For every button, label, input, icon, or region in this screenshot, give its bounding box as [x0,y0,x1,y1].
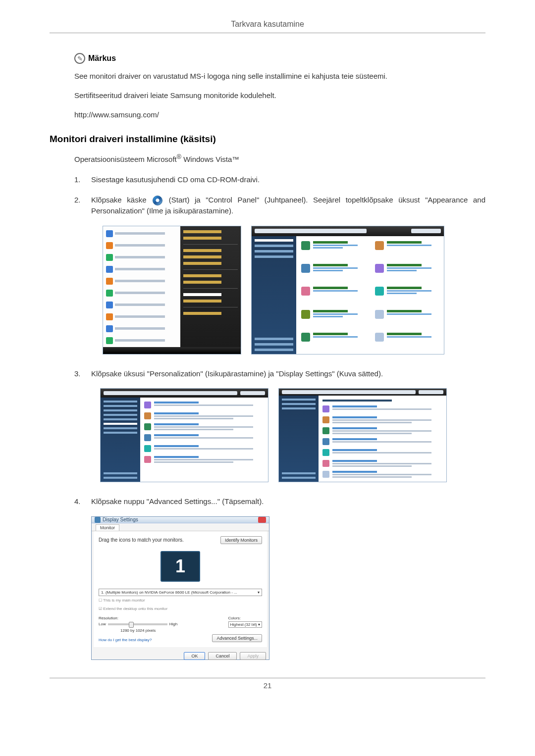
step-2: 2. Klõpsake käske (Start) ja "Control Pa… [74,195,485,217]
screenshot-row-2 [91,388,456,482]
colors-combo[interactable]: Highest (32 bit) ▾ [228,621,262,628]
monitor-tab[interactable]: Monitor [96,524,119,531]
note-icon [74,53,85,64]
screenshot-control-panel [251,226,444,354]
step-4-num: 4. [74,496,91,507]
drag-text: Drag the icons to match your monitors. [99,537,184,543]
colors-label: Colors: [228,616,262,620]
start-orb-icon [153,196,162,205]
resolution-label: Resolution: [99,616,177,620]
screenshot-display-settings: Display Settings Monitor Drag the icons … [91,516,269,660]
apply-button: Apply [240,652,266,660]
monitor-combo-text: 1. (Multiple Monitors) on NVIDIA GeForce… [101,590,237,595]
chk-extend-desktop: ☑ Extend the desktop onto this monitor [99,606,262,611]
step-4-text: Klõpsake nuppu "Advanced Settings..." (T… [91,496,485,507]
screenshot-personalization [278,388,447,482]
cancel-button[interactable]: Cancel [208,652,237,660]
os-suffix: Windows Vista™ [181,155,239,163]
os-prefix: Operatsioonisüsteem Microsoft [74,155,177,163]
chk-main-monitor: ☐ This is my main monitor [99,598,262,603]
note-link: http://www.samsung.com/ [74,109,485,120]
screenshot-row-1 [91,226,456,354]
step-1-num: 1. [74,174,91,186]
step-2-before: Klõpsake käske [91,196,152,204]
dialog-icon [95,517,101,523]
step-3-num: 3. [74,368,91,380]
colors-value: Highest (32 bit) [230,622,257,627]
step-1: 1. Sisestage kasutusjuhendi CD oma CD-RO… [74,174,485,186]
page-footer: 21 [50,678,485,690]
chevron-down-icon: ▾ [258,590,260,595]
best-display-link[interactable]: How do I get the best display? [99,638,152,642]
res-low: Low [99,622,106,626]
note-paragraph-2: Sertifitseeritud draiveri leiate Samsung… [74,90,485,101]
dialog-title: Display Settings [103,517,138,522]
page-header-title: Tarkvara kasutamine [50,20,485,33]
ok-button[interactable]: OK [184,652,205,660]
note-paragraph-1: See monitori draiver on varustatud MS-i … [74,71,485,81]
os-reg: ® [177,153,181,160]
step-3: 3. Klõpsake üksusi "Personalization" (Is… [74,368,485,380]
header-divider [50,33,485,33]
identify-monitors-button[interactable]: Identify Monitors [220,536,262,544]
os-line: Operatsioonisüsteem Microsoft® Windows V… [74,153,485,163]
resolution-slider[interactable] [108,623,167,625]
screenshot-appearance [100,388,268,482]
step-4: 4. Klõpsake nuppu "Advanced Settings..."… [74,496,485,507]
note-label: Märkus [88,54,116,63]
monitor-combo[interactable]: 1. (Multiple Monitors) on NVIDIA GeForce… [99,589,262,596]
resolution-value: 1280 by 1024 pixels [120,628,156,633]
step-2-num: 2. [74,195,91,217]
page-number: 21 [264,681,272,690]
section-heading: Monitori draiveri installimine (käsitsi) [50,134,485,145]
screenshot-start-menu [103,226,241,354]
close-icon[interactable] [258,517,266,523]
step-1-text: Sisestage kasutusjuhendi CD oma CD-ROM-d… [91,174,485,186]
monitor-preview[interactable]: 1 [160,551,200,582]
res-high: High [169,622,177,626]
advanced-settings-button[interactable]: Advanced Settings... [212,634,262,642]
step-3-text: Klõpsake üksusi "Personalization" (Isiku… [91,368,485,380]
